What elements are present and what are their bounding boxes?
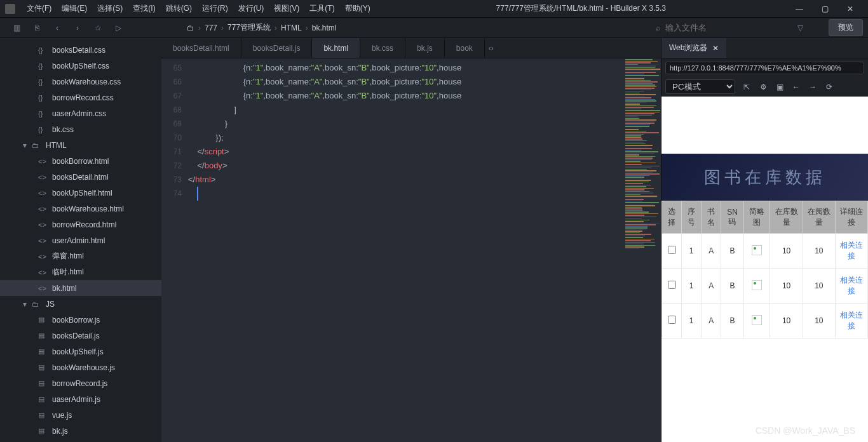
file-item[interactable]: ▤uaserAdmin.js: [0, 391, 161, 407]
minimap[interactable]: [623, 58, 661, 442]
minimize-button[interactable]: —: [787, 4, 812, 13]
menu-item[interactable]: 工具(T): [304, 3, 339, 14]
file-item[interactable]: <>booksDetail.html: [0, 169, 161, 185]
chevron-right-icon[interactable]: ›: [491, 44, 494, 53]
cell-reading: 10: [803, 234, 835, 269]
menu-item[interactable]: 文件(F): [22, 3, 57, 14]
menu-item[interactable]: 编辑(E): [57, 3, 92, 14]
file-item[interactable]: ▤bookBorrow.js: [0, 312, 161, 328]
file-item[interactable]: {}bookWarehouse.css: [0, 74, 161, 90]
maximize-button[interactable]: ▢: [812, 4, 837, 13]
file-item[interactable]: {}uaserAdmin.css: [0, 105, 161, 121]
editor-tab[interactable]: booksDetail.js: [241, 38, 313, 58]
item-label: bookWarehouse.html: [52, 204, 124, 213]
detail-link[interactable]: 相关连接: [840, 241, 863, 260]
row-checkbox[interactable]: [668, 316, 676, 324]
code-editor[interactable]: {n:"1",book_name:"A",book_sn:"B",book_pi…: [188, 58, 623, 442]
url-input[interactable]: [665, 62, 864, 74]
file-item[interactable]: <>临时.html: [0, 264, 161, 280]
menu-item[interactable]: 帮助(Y): [340, 3, 376, 14]
file-item[interactable]: {}borrowRecord.css: [0, 90, 161, 105]
file-item[interactable]: <>bk.html: [0, 280, 161, 296]
file-item[interactable]: {}bk.css: [0, 121, 161, 137]
editor-tab[interactable]: bk.css: [360, 38, 405, 58]
item-label: bookBorrow.html: [52, 157, 109, 166]
file-item[interactable]: <>bookWarehouse.html: [0, 201, 161, 217]
file-item[interactable]: {}bookUpShelf.css: [0, 58, 161, 74]
settings-icon[interactable]: ⚙: [758, 83, 768, 91]
table-header: 序号: [682, 201, 702, 234]
item-label: 弹窗.html: [52, 251, 84, 262]
breadcrumb-segment[interactable]: 777管理系统: [227, 22, 271, 33]
nav-forward-icon[interactable]: →: [808, 83, 818, 91]
file-item[interactable]: <>弹窗.html: [0, 248, 161, 264]
preview-button[interactable]: 预览: [829, 19, 863, 36]
search-icon[interactable]: ⌕: [656, 23, 660, 32]
editor-tab[interactable]: bk.js: [405, 38, 445, 58]
screenshot-icon[interactable]: ▣: [775, 83, 785, 91]
preview-viewport[interactable]: 图书在库数据 选择序号书名SN码简略图在库数量在阅数量详细连接 1AB1010相…: [661, 97, 868, 442]
file-search-input[interactable]: [665, 23, 792, 32]
broken-image-icon: [752, 280, 762, 290]
save-icon[interactable]: ⎘: [32, 23, 42, 33]
toolbar: ▥ ⎘ ‹ › ☆ ▷ 🗀› 777› 777管理系统› HTML› bk.ht…: [0, 18, 868, 38]
file-item[interactable]: <>bookUpShelf.html: [0, 185, 161, 201]
cell-name: A: [702, 304, 721, 338]
nav-back-icon[interactable]: ←: [791, 83, 801, 91]
editor-tab[interactable]: bk.html: [312, 38, 360, 58]
editor-tab[interactable]: book: [445, 38, 485, 58]
file-icon: {}: [38, 94, 48, 102]
cell-reading: 10: [803, 269, 835, 304]
file-item[interactable]: ▤vue.js: [0, 407, 161, 423]
detail-link[interactable]: 相关连接: [840, 311, 863, 330]
file-item[interactable]: ▤borrowRecord.js: [0, 375, 161, 391]
folder-item[interactable]: ▾🗀HTML: [0, 137, 161, 153]
item-label: booksDetail.css: [52, 46, 105, 55]
close-button[interactable]: ✕: [837, 4, 863, 13]
table-row: 1AB1010相关连接: [662, 304, 868, 338]
menu-item[interactable]: 查找(I): [128, 3, 160, 14]
file-explorer[interactable]: {}booksDetail.css{}bookUpShelf.css{}book…: [0, 38, 161, 442]
menu-item[interactable]: 选择(S): [92, 3, 128, 14]
file-item[interactable]: <>userAdmin.html: [0, 232, 161, 248]
file-item[interactable]: <>borrowRecord.html: [0, 217, 161, 232]
filter-icon[interactable]: ▽: [797, 23, 803, 32]
preview-tab[interactable]: Web浏览器 ✕: [661, 38, 726, 58]
detail-link[interactable]: 相关连接: [840, 276, 863, 295]
file-item[interactable]: ▤bk.js: [0, 423, 161, 439]
open-external-icon[interactable]: ⇱: [742, 83, 752, 91]
run-icon[interactable]: ▷: [113, 23, 123, 33]
menu-item[interactable]: 发行(U): [233, 3, 269, 14]
star-icon[interactable]: ☆: [93, 23, 103, 33]
breadcrumb-segment[interactable]: bk.html: [312, 23, 337, 32]
cell-sn: B: [721, 234, 744, 269]
editor-tab[interactable]: booksDetail.html: [161, 38, 241, 58]
close-icon[interactable]: ✕: [712, 44, 719, 53]
row-checkbox[interactable]: [668, 281, 676, 289]
menu-item[interactable]: 视图(V): [269, 3, 304, 14]
sidebar-toggle-icon[interactable]: ▥: [11, 23, 22, 33]
table-header: 书名: [702, 201, 721, 234]
file-item[interactable]: {}booksDetail.css: [0, 42, 161, 58]
row-checkbox[interactable]: [668, 246, 676, 254]
breadcrumb-segment[interactable]: 777: [205, 23, 217, 32]
file-item[interactable]: ▤bookUpShelf.js: [0, 344, 161, 359]
folder-item[interactable]: ▾🗀JS: [0, 296, 161, 312]
cell-stock: 10: [770, 304, 803, 338]
file-item[interactable]: ▤bookWarehouse.js: [0, 359, 161, 375]
table-header: 简略图: [743, 201, 770, 234]
preview-mode-select[interactable]: PC模式: [665, 79, 735, 94]
item-label: booksDetail.html: [52, 173, 109, 182]
menu-item[interactable]: 跳转(G): [161, 3, 197, 14]
breadcrumb-segment[interactable]: HTML: [281, 23, 302, 32]
item-label: borrowRecord.css: [52, 93, 114, 102]
refresh-icon[interactable]: ⟳: [824, 83, 834, 91]
file-item[interactable]: ▤booksDetail.js: [0, 328, 161, 344]
file-icon: {}: [38, 78, 48, 86]
menu-item[interactable]: 运行(R): [197, 3, 233, 14]
tab-label: bk.css: [372, 44, 393, 53]
forward-icon[interactable]: ›: [72, 23, 83, 33]
table-header: 选择: [662, 201, 682, 234]
file-item[interactable]: <>bookBorrow.html: [0, 153, 161, 169]
back-icon[interactable]: ‹: [52, 23, 62, 33]
